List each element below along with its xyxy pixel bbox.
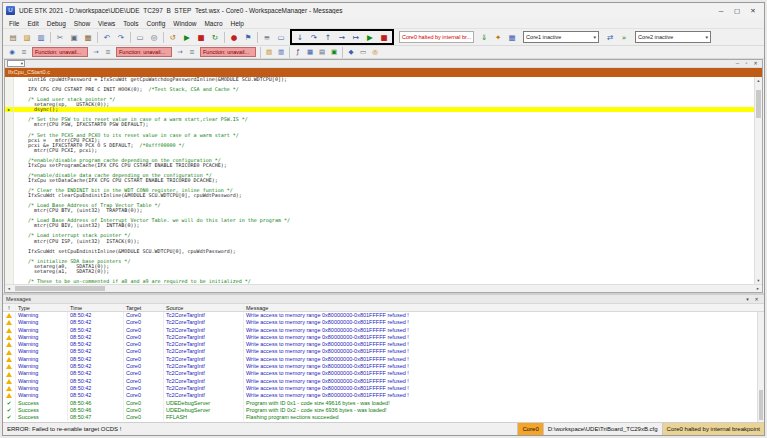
column-header-source[interactable]: Source: [164, 304, 244, 311]
editor-title-bar[interactable]: IfxCpu_CStart0.c: [5, 68, 762, 77]
message-row[interactable]: ✔Success08:50:46Core0UDEDebugServerProgr…: [3, 400, 764, 407]
message-row[interactable]: Warning08:50:42Core0Tc2CoreTargIntfWrite…: [3, 319, 764, 326]
macro-window-icon[interactable]: ◎: [370, 47, 380, 57]
scroll-left-icon[interactable]: ◂: [5, 286, 13, 291]
target-config-icon[interactable]: ▦: [506, 31, 518, 43]
minimize-button[interactable]: ─: [713, 4, 729, 17]
flash-program-icon[interactable]: ✦: [492, 31, 504, 43]
paste-icon[interactable]: ▦: [82, 31, 94, 43]
message-row[interactable]: Warning08:50:42Core0Tc2CoreTargIntfWrite…: [3, 392, 764, 399]
show-source-icon[interactable]: ≡: [261, 31, 273, 43]
variables-window-icon[interactable]: ▣: [329, 47, 339, 57]
message-row[interactable]: Warning08:50:42Core0Tc2CoreTargIntfWrite…: [3, 370, 764, 377]
code-lines[interactable]: uint16 cpuWdtPassword = IfxScuWdt_getCpu…: [5, 77, 754, 284]
scroll-up-icon[interactable]: ▴: [755, 77, 762, 84]
register-window-icon[interactable]: ▤: [317, 47, 327, 57]
open-workspace-icon[interactable]: ▨: [21, 31, 33, 43]
step-over-icon[interactable]: ↷: [308, 31, 320, 43]
message-row[interactable]: Warning08:50:42Core0Tc2CoreTargIntfWrite…: [3, 334, 764, 341]
reset-target-icon[interactable]: ↺: [167, 31, 179, 43]
close-button[interactable]: ✕: [745, 4, 761, 17]
message-row[interactable]: ✔Success08:50:47Core0FFLASHFlashing prog…: [3, 414, 764, 421]
redo-icon[interactable]: ↷: [115, 31, 127, 43]
watch-window-icon[interactable]: ◉: [7, 47, 17, 57]
message-row[interactable]: Warning08:50:42Core0Tc2CoreTargIntfWrite…: [3, 341, 764, 348]
function-selector[interactable]: Function: unavail...: [32, 47, 88, 57]
find-icon[interactable]: ◎: [148, 31, 160, 43]
menu-help[interactable]: Help: [227, 20, 248, 27]
message-row[interactable]: Warning08:50:42Core0Tc2CoreTargIntfWrite…: [3, 363, 764, 370]
undo-icon[interactable]: ↶: [101, 31, 113, 43]
bookmark-icon[interactable]: ⚑: [242, 31, 254, 43]
message-row[interactable]: ✔Success08:50:46Core0UDEDebugServerProgr…: [3, 407, 764, 414]
copy-icon[interactable]: ▣: [68, 31, 80, 43]
locals-window-icon[interactable]: ≡: [19, 47, 29, 57]
scroll-right-icon[interactable]: ▸: [754, 286, 762, 291]
scroll-down-icon[interactable]: ▾: [755, 277, 762, 284]
function-list-icon[interactable]: ≡: [103, 47, 113, 57]
message-row[interactable]: Warning08:50:42Core0Tc2CoreTargIntfWrite…: [3, 312, 764, 319]
scroll-thumb[interactable]: [15, 286, 105, 291]
column-header-time[interactable]: Time: [68, 304, 124, 311]
sfr-window-icon[interactable]: ◆: [346, 47, 356, 57]
scroll-thumb[interactable]: [756, 90, 761, 118]
goto-function-icon[interactable]: →: [91, 47, 101, 57]
panel-menu-icon[interactable]: ▾: [743, 296, 752, 302]
column-header-type[interactable]: Type: [16, 304, 68, 311]
step-into-icon[interactable]: ↓: [294, 31, 306, 43]
menu-config[interactable]: Config: [143, 20, 170, 27]
show-disassembly-icon[interactable]: ▭: [275, 31, 287, 43]
step-out-icon[interactable]: ↑: [322, 31, 334, 43]
download-program-icon[interactable]: ⇓: [478, 31, 490, 43]
scroll-thumb[interactable]: [759, 390, 763, 420]
new-file-icon[interactable]: ▤: [7, 31, 19, 43]
message-row[interactable]: Warning08:50:42Core0Tc2CoreTargIntfWrite…: [3, 327, 764, 334]
menu-file[interactable]: File: [5, 20, 23, 27]
menu-debug[interactable]: Debug: [43, 20, 70, 27]
save-all-icon[interactable]: ▥: [276, 47, 286, 57]
menu-tools[interactable]: Tools: [119, 20, 142, 27]
message-row[interactable]: Warning08:50:42Core0Tc2CoreTargIntfWrite…: [3, 356, 764, 363]
run-all-cores-icon[interactable]: »: [618, 31, 630, 43]
menu-edit[interactable]: Edit: [23, 20, 42, 27]
open-file-icon[interactable]: ▨: [264, 47, 274, 57]
editor-vertical-scrollbar[interactable]: ▴ ▾: [754, 77, 762, 284]
message-row[interactable]: Warning08:50:42Core0Tc2CoreTargIntfWrite…: [3, 385, 764, 392]
toggle-breakpoint-icon[interactable]: ●: [228, 31, 240, 43]
mdi-restore-button[interactable]: ▫: [742, 60, 751, 67]
restart-program-icon[interactable]: ↻: [209, 31, 221, 43]
go-icon[interactable]: ▶: [364, 31, 376, 43]
menu-views[interactable]: Views: [94, 20, 119, 27]
symbols-window-icon[interactable]: ƒ: [293, 47, 303, 57]
terminal-window-icon[interactable]: ▭: [358, 47, 368, 57]
function-list-icon[interactable]: ≡: [187, 47, 197, 57]
cut-icon[interactable]: ✂: [54, 31, 66, 43]
halt-program-icon[interactable]: ■: [195, 31, 207, 43]
document-combo[interactable]: ▾: [7, 60, 25, 67]
scroll-track[interactable]: [755, 84, 762, 277]
menu-window[interactable]: Window: [169, 20, 200, 27]
column-header-severity[interactable]: !: [3, 304, 16, 311]
message-row[interactable]: Warning08:50:42Core0Tc2CoreTargIntfWrite…: [3, 348, 764, 355]
menu-macro[interactable]: Macro: [200, 20, 226, 27]
mdi-close-button[interactable]: ✕: [751, 60, 760, 67]
step-instruction-icon[interactable]: →: [336, 31, 348, 43]
menu-show[interactable]: Show: [70, 20, 94, 27]
core1-state-combo[interactable]: Core1 inactive ▾: [523, 31, 599, 43]
core-sync-icon[interactable]: ⇄: [604, 31, 616, 43]
save-icon[interactable]: ▥: [35, 31, 47, 43]
maximize-button[interactable]: ▢: [729, 4, 745, 17]
run-to-cursor-icon[interactable]: ↦: [350, 31, 362, 43]
panel-close-icon[interactable]: ✕: [752, 296, 761, 302]
messages-vertical-scrollbar[interactable]: [757, 312, 764, 422]
print-icon[interactable]: ▭: [134, 31, 146, 43]
halt-core-icon[interactable]: ■: [378, 31, 390, 43]
mdi-minimize-button[interactable]: ─: [733, 60, 742, 67]
editor-horizontal-scrollbar[interactable]: ◂ ▸: [5, 284, 762, 292]
memory-window-icon[interactable]: ▦: [305, 47, 315, 57]
message-row[interactable]: Warning08:50:42Core0Tc2CoreTargIntfWrite…: [3, 378, 764, 385]
scroll-track[interactable]: [13, 285, 754, 292]
column-header-target[interactable]: Target: [124, 304, 164, 311]
column-header-message[interactable]: Message: [244, 304, 764, 311]
core2-state-combo[interactable]: Core2 inactive ▾: [635, 31, 711, 43]
